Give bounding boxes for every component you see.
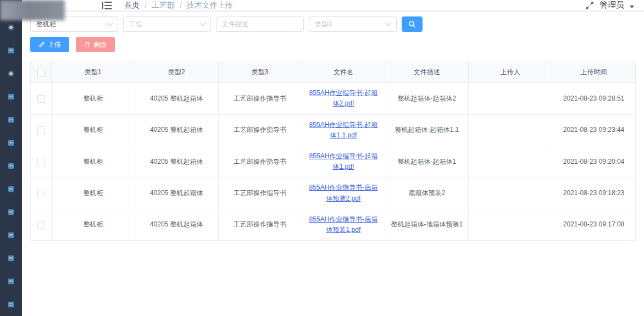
files-table: 类型1 类型2 类型3 文件名 文件描述 上传人 上传时间 整机柜	[30, 62, 636, 241]
device-menu-icon[interactable]	[8, 117, 14, 123]
cell-type2: 40205 整机起箱体	[135, 114, 218, 146]
camera-menu-icon[interactable]	[8, 186, 14, 192]
cell-uploader	[469, 114, 552, 146]
cell-uploader	[469, 209, 552, 240]
file-link[interactable]: 855AH作业指导书-起箱体2.pdf	[309, 89, 378, 107]
cell-type3: 工艺部操作指导书	[218, 178, 302, 209]
cell-desc: 底箱体预装2	[385, 178, 469, 209]
globe-menu-icon[interactable]	[8, 278, 14, 285]
type3-select[interactable]: 类型3	[309, 16, 397, 32]
select-all-checkbox[interactable]	[37, 69, 45, 76]
chevron-down-icon	[199, 20, 206, 26]
row-checkbox[interactable]	[37, 95, 45, 103]
table-row: 整机柜 40205 整机起箱体 工艺部操作指导书 855AH作业指导书-底箱体预…	[31, 178, 636, 209]
cell-type2: 40205 整机起箱体	[135, 83, 218, 114]
table-row: 整机柜 40205 整机起箱体 工艺部操作指导书 855AH作业指导书-起箱体2…	[31, 83, 636, 114]
delete-button[interactable]: 删除	[76, 37, 115, 52]
search-button[interactable]	[402, 16, 423, 32]
camera-menu-icon[interactable]	[8, 140, 14, 146]
table-row: 整机柜 40205 整机起箱体 工艺部操作指导书 855AH作业指导书-起箱体1…	[31, 146, 636, 177]
files-table-wrap: 类型1 类型2 类型3 文件名 文件描述 上传人 上传时间 整机柜	[30, 62, 636, 241]
station-select-placeholder: 工位	[129, 20, 142, 29]
cell-type3: 工艺部操作指导书	[218, 146, 302, 177]
breadcrumb-separator: /	[180, 1, 182, 10]
device-menu-icon[interactable]	[8, 47, 14, 54]
cell-type2: 40205 整机起箱体	[135, 146, 218, 177]
cell-time: 2021-08-23 09:20:04	[552, 146, 636, 177]
cell-type2: 40205 整机起箱体	[135, 209, 218, 240]
table-row: 整机柜 40205 整机起箱体 工艺部操作指导书 855AH作业指导书-起箱体1…	[31, 114, 636, 146]
cell-type1: 整机柜	[52, 114, 135, 146]
main-column: 首页 / 工艺部 / 技术文件上传 管理员	[22, 0, 644, 316]
col-type1: 类型1	[52, 62, 135, 83]
cell-desc: 整机起箱体-地箱体预装1	[385, 209, 469, 240]
delete-button-label: 删除	[93, 40, 107, 49]
col-time: 上传时间	[552, 62, 636, 83]
filter-row: 整机柜 工位 类型3	[30, 16, 636, 32]
fullscreen-icon[interactable]	[585, 1, 594, 10]
cell-time: 2021-08-23 09:23:44	[552, 114, 636, 146]
table-header-row: 类型1 类型2 类型3 文件名 文件描述 上传人 上传时间	[31, 62, 636, 83]
trash-icon	[84, 41, 91, 48]
sidebar-menu	[0, 0, 22, 316]
upload-button-label: 上传	[48, 40, 61, 49]
col-type2: 类型2	[135, 62, 218, 83]
user-menu[interactable]: 管理员	[599, 0, 624, 10]
file-desc-field-wrap	[216, 16, 304, 32]
cell-desc: 整机起箱体-起箱体1	[385, 146, 469, 177]
collapse-sidebar-icon[interactable]	[102, 2, 112, 9]
file-link[interactable]: 855AH作业指导书-底箱体预装2.pdf	[309, 184, 378, 202]
device-menu-icon[interactable]	[8, 93, 14, 100]
col-uploader: 上传人	[469, 62, 552, 83]
breadcrumb-department[interactable]: 工艺部	[152, 1, 175, 10]
app-window: 首页 / 工艺部 / 技术文件上传 管理员	[0, 0, 644, 316]
breadcrumb-separator: /	[145, 1, 147, 10]
cell-type1: 整机柜	[52, 146, 135, 177]
cell-type3: 工艺部操作指导书	[218, 209, 302, 240]
breadcrumb: 首页 / 工艺部 / 技术文件上传	[124, 1, 233, 10]
toolbar: 上传 删除	[30, 37, 636, 52]
camera-menu-icon[interactable]	[8, 255, 14, 262]
list-menu-icon[interactable]	[8, 301, 14, 308]
upload-button[interactable]: 上传	[30, 37, 69, 52]
cell-type2: 40205 整机起箱体	[135, 178, 218, 209]
search-icon	[408, 20, 416, 28]
cell-desc: 整机起箱体-起箱体2	[385, 83, 469, 114]
cell-type3: 工艺部操作指导书	[218, 83, 302, 114]
cell-uploader	[469, 146, 552, 177]
col-desc: 文件描述	[385, 62, 469, 83]
breadcrumb-home[interactable]: 首页	[124, 1, 140, 10]
dot-menu-icon[interactable]	[8, 24, 14, 31]
file-desc-input[interactable]	[222, 20, 298, 28]
type3-select-placeholder: 类型3	[315, 20, 332, 29]
disk-menu-icon[interactable]	[8, 209, 14, 215]
cell-desc: 整机起箱体-起箱体1.1	[385, 114, 469, 146]
edit-pencil-icon	[38, 41, 45, 48]
station-select[interactable]: 工位	[123, 16, 211, 32]
breadcrumb-current: 技术文件上传	[187, 1, 233, 10]
navbar-right: 管理员	[585, 0, 634, 10]
cell-uploader	[469, 178, 552, 209]
top-navbar: 首页 / 工艺部 / 技术文件上传 管理员	[22, 0, 644, 11]
row-checkbox[interactable]	[37, 190, 45, 197]
file-link[interactable]: 855AH作业指导书-起箱体1.1.pdf	[309, 121, 378, 139]
file-link[interactable]: 855AH作业指导书-起箱体1.pdf	[309, 152, 378, 170]
cell-time: 2021-08-23 09:17:08	[552, 209, 636, 240]
page-content: 整机柜 工位 类型3	[22, 12, 644, 316]
cell-type1: 整机柜	[52, 178, 135, 209]
camera-menu-icon[interactable]	[8, 163, 14, 169]
row-checkbox[interactable]	[37, 158, 45, 165]
file-link[interactable]: 855AH作业指导书-底箱体预装1.pdf	[309, 215, 378, 234]
chevron-down-icon	[385, 20, 391, 26]
cell-type1: 整机柜	[52, 83, 135, 114]
dot-menu-icon[interactable]	[8, 70, 14, 77]
row-checkbox[interactable]	[37, 126, 45, 134]
chevron-down-icon	[107, 20, 113, 26]
badge-menu-icon[interactable]	[8, 232, 14, 239]
row-checkbox[interactable]	[37, 221, 45, 229]
user-caret-icon[interactable]	[630, 5, 634, 8]
redacted-logo	[0, 0, 65, 20]
table-row: 整机柜 40205 整机起箱体 工艺部操作指导书 855AH作业指导书-底箱体预…	[31, 209, 636, 240]
cell-time: 2021-08-23 09:28:51	[552, 83, 636, 114]
cell-time: 2021-08-23 09:18:23	[552, 178, 636, 209]
